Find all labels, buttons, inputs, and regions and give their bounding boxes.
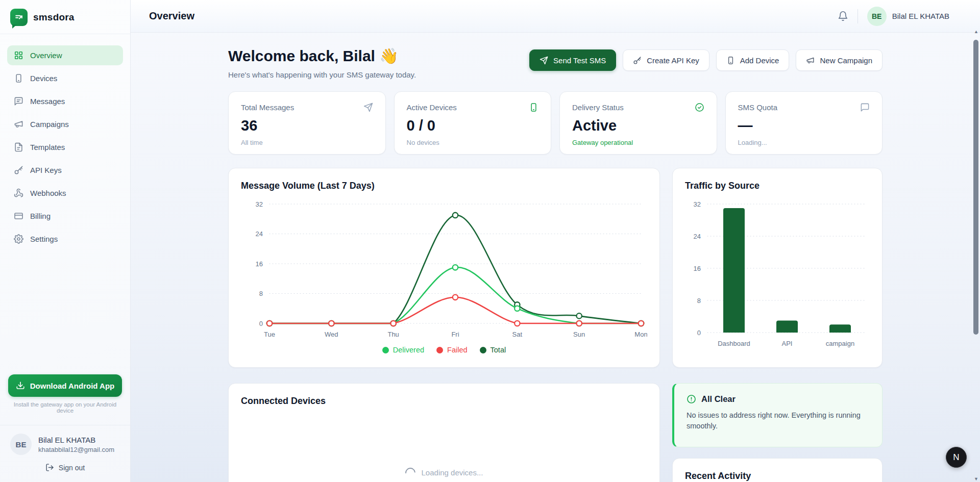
svg-text:24: 24 (694, 232, 701, 240)
stat-card-delivery-status: Delivery Status Active Gateway operation… (559, 91, 717, 155)
sign-out-button[interactable]: Sign out (10, 463, 120, 472)
brand: smsdora (0, 0, 130, 34)
stat-card-total-messages: Total Messages 36 All time (228, 91, 386, 155)
svg-text:32: 32 (694, 200, 701, 208)
grid-icon (14, 50, 23, 60)
smartphone-icon (529, 103, 538, 112)
all-clear-alert: All Clear No issues to address right now… (672, 383, 883, 447)
stat-label: Total Messages (241, 103, 294, 112)
sidebar-item-label: Billing (30, 212, 51, 220)
sidebar-item-overview[interactable]: Overview (7, 45, 123, 65)
svg-text:32: 32 (256, 200, 263, 208)
svg-text:Wed: Wed (325, 331, 338, 338)
key-icon (633, 56, 642, 65)
wave-emoji: 👋 (379, 47, 398, 64)
create-api-key-button[interactable]: Create API Key (623, 49, 709, 71)
smartphone-icon (14, 73, 23, 83)
user-menu[interactable]: BE Bilal EL KHATAB (867, 7, 949, 26)
svg-text:Sun: Sun (573, 331, 585, 338)
add-device-button[interactable]: Add Device (716, 49, 790, 71)
sidebar-item-label: Settings (30, 235, 58, 243)
nextjs-dev-badge[interactable]: N (946, 447, 967, 468)
send-icon (540, 56, 548, 65)
download-android-app-button[interactable]: Download Android App (8, 374, 122, 397)
send-test-sms-button[interactable]: Send Test SMS (529, 49, 616, 71)
stat-sub: All time (241, 139, 373, 146)
check-circle-icon (695, 103, 704, 112)
avatar: BE (867, 7, 887, 26)
sidebar-item-messages[interactable]: Messages (7, 91, 123, 111)
button-label: Send Test SMS (553, 56, 606, 65)
sidebar-item-api-keys[interactable]: API Keys (7, 160, 123, 180)
new-campaign-button[interactable]: New Campaign (796, 49, 883, 71)
legend-dot-icon (480, 347, 486, 353)
stat-value: 0 / 0 (407, 117, 539, 134)
svg-text:0: 0 (697, 328, 701, 336)
svg-text:8: 8 (697, 296, 701, 304)
scrollbar-down-arrow[interactable]: ▼ (973, 476, 979, 482)
svg-text:campaign: campaign (826, 340, 854, 347)
stat-card-active-devices: Active Devices 0 / 0 No devices (394, 91, 552, 155)
sidebar-item-label: Messages (30, 97, 65, 106)
notifications-button[interactable] (838, 11, 848, 21)
bar-chart: 08162432DashboardAPIcampaign (685, 197, 870, 350)
topbar: Overview BE Bilal EL KHATAB (131, 0, 980, 33)
panel-title: Recent Activity (685, 471, 870, 481)
sidebar-item-label: Overview (30, 51, 62, 60)
sidebar-item-billing[interactable]: Billing (7, 206, 123, 226)
sidebar-item-label: Campaigns (30, 120, 69, 129)
key-icon (14, 165, 23, 175)
alert-message: No issues to address right now. Everythi… (687, 410, 863, 432)
divider (0, 34, 130, 34)
legend-item: Failed (436, 346, 468, 354)
sidebar: smsdora Overview Devices Messages Campai… (0, 0, 131, 482)
sidebar-item-label: Webhooks (30, 189, 66, 197)
webhook-icon (14, 188, 23, 198)
button-label: Create API Key (647, 56, 699, 65)
sidebar-item-templates[interactable]: Templates (7, 137, 123, 157)
stat-sub: Gateway operational (572, 139, 704, 146)
content: Welcome back, Bilal 👋 Here's what's happ… (228, 33, 883, 482)
chart-title: Traffic by Source (685, 181, 870, 191)
download-icon (16, 381, 25, 390)
svg-text:Dashboard: Dashboard (718, 340, 750, 347)
sidebar-item-label: API Keys (30, 166, 62, 174)
message-volume-card: Message Volume (Last 7 Days) 08162432Tue… (228, 168, 660, 368)
divider (857, 9, 858, 23)
svg-text:Fri: Fri (451, 331, 459, 338)
legend-dot-icon (436, 347, 443, 353)
sidebar-item-settings[interactable]: Settings (7, 229, 123, 249)
sidebar-footer: Download Android App Install the gateway… (0, 367, 130, 482)
quick-actions: Send Test SMS Create API Key Add Device … (529, 47, 883, 71)
sidebar-item-campaigns[interactable]: Campaigns (7, 114, 123, 134)
welcome-block: Welcome back, Bilal 👋 Here's what's happ… (228, 47, 416, 79)
file-text-icon (14, 142, 23, 152)
sidebar-item-devices[interactable]: Devices (7, 68, 123, 88)
gear-icon (14, 234, 23, 244)
chat-bubble-icon (860, 103, 870, 112)
scrollbar-thumb[interactable] (973, 40, 978, 335)
svg-text:24: 24 (256, 230, 263, 238)
sidebar-item-label: Templates (30, 143, 65, 151)
log-out-icon (45, 463, 54, 472)
svg-text:Sat: Sat (512, 331, 523, 338)
stat-value: 36 (241, 117, 373, 134)
recent-activity-card: Recent Activity (672, 458, 883, 482)
welcome-subtitle: Here's what's happening with your SMS ga… (228, 70, 416, 79)
stat-sub: Loading... (738, 139, 870, 146)
svg-text:Mon: Mon (634, 331, 647, 338)
smartphone-icon (726, 56, 735, 65)
scrollbar-up-arrow[interactable]: ▲ (973, 29, 979, 35)
panel-title: Connected Devices (241, 396, 647, 407)
stat-value: Active (572, 117, 704, 134)
sidebar-item-webhooks[interactable]: Webhooks (7, 183, 123, 203)
main-area: Overview BE Bilal EL KHATAB Welcome back… (131, 0, 980, 482)
legend-label: Total (491, 346, 506, 354)
sign-out-label: Sign out (59, 464, 85, 472)
svg-text:Tue: Tue (264, 331, 275, 338)
message-square-icon (14, 96, 23, 106)
user-name: Bilal EL KHATAB (38, 436, 114, 444)
stat-sub: No devices (407, 139, 539, 146)
svg-text:8: 8 (259, 290, 263, 297)
sidebar-user-section: BE Bilal EL KHATAB khatabbilal12@gmail.c… (0, 425, 130, 482)
